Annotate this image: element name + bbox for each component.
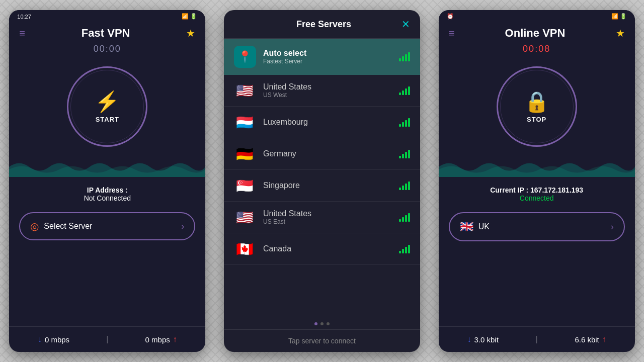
server-sub: US West [263,92,392,99]
server-btn-text-left: Select Server [44,222,92,231]
select-server-button-right[interactable]: 🇬🇧 UK › [449,212,625,241]
wave-right [439,157,635,177]
start-label: START [96,116,119,123]
status-time-left: 10:27 [17,14,31,20]
modal-title: Free Servers [246,19,401,30]
ip-label-left: IP Address : [9,186,205,194]
uk-server-label: UK [478,222,490,231]
connected-ip: Current IP : 167.172.181.193 [439,186,635,194]
auto-select-row[interactable]: 📍 Auto select Fastest Server [224,39,420,75]
server-btn-left-content: ◎ Select Server [30,220,92,232]
server-info: United States US West [263,82,392,99]
status-bar-right: ⏰ 📶 🔋 [439,10,635,23]
server-name: Canada [263,244,392,253]
server-info: Luxembourg [263,118,392,127]
circle-container-left: ⚡ START [9,56,205,152]
arrow-down-icon-left: ↓ [38,335,42,344]
speed-row-left: ↓ 0 mbps | 0 mbps ↑ [9,326,205,352]
server-name: Germany [263,149,392,158]
signal-bars [399,213,410,222]
server-list-item[interactable]: 🇺🇸 United States US West [224,75,420,107]
timer-left: 00:00 [9,42,205,56]
server-list-item[interactable]: 🇩🇪 Germany [224,138,420,170]
menu-icon-right[interactable]: ≡ [449,28,455,39]
auto-select-name: Auto select [263,49,392,58]
server-info: Germany [263,149,392,158]
ip-section-right: Current IP : 167.172.181.193 Connected [439,182,635,206]
auto-select-sub: Fastest Server [263,58,392,65]
app-header-right: ≡ Online VPN ★ [439,23,635,42]
app-header-left: ≡ Fast VPN ★ [9,23,205,42]
flag-icon: 🇩🇪 [234,145,256,162]
start-button[interactable]: ⚡ START [67,66,147,147]
circle-container-right: 🔒 STOP [439,56,635,152]
speed-divider-right: | [536,335,538,344]
stop-label: STOP [527,116,546,123]
close-icon[interactable]: ✕ [401,18,410,30]
flag-icon: 🇺🇸 [234,209,256,226]
ip-section-left: IP Address : Not Connected [9,182,205,206]
wave-left [9,157,205,177]
arrow-up-icon-left: ↑ [173,335,177,344]
flag-icon: 🇨🇦 [234,240,256,257]
speed-row-right: ↓ 3.0 kbit | 6.6 kbit ↑ [439,326,635,352]
speed-up-left: 0 mbps ↑ [145,335,177,344]
speed-up-value-left: 0 mbps [145,335,170,344]
lock-icon: 🔒 [524,90,549,114]
speed-divider-left: | [106,335,108,344]
server-info: Canada [263,244,392,253]
uk-flag-icon: 🇬🇧 [460,220,473,233]
server-icon-left: ◎ [30,220,39,232]
dot-3 [327,322,330,325]
star-icon-right[interactable]: ★ [616,27,625,39]
left-phone-panel: 10:27 📶 🔋 ≡ Fast VPN ★ 00:00 ⚡ START IP … [9,10,205,352]
select-server-button-left[interactable]: ◎ Select Server › [19,212,195,240]
flag-icon: 🇺🇸 [234,82,256,99]
chevron-right-icon-left: › [181,221,184,232]
server-name: United States [263,209,392,218]
server-info: Singapore [263,181,392,190]
flag-icon: 🇸🇬 [234,177,256,194]
speed-up-value-right: 6.6 kbit [575,335,599,344]
speed-down-value-right: 3.0 kbit [474,335,498,344]
server-modal: Free Servers ✕ 📍 Auto select Fastest Ser… [224,10,420,352]
server-name: Luxembourg [263,118,392,127]
server-name: United States [263,82,392,92]
menu-icon-left[interactable]: ≡ [19,28,25,39]
stop-button[interactable]: 🔒 STOP [497,66,577,147]
connection-status: Connected [439,194,635,202]
arrow-up-icon-right: ↑ [602,335,606,344]
server-list-item[interactable]: 🇸🇬 Singapore [224,170,420,202]
flag-icon: 🇱🇺 [234,114,256,131]
server-list-item[interactable]: 🇨🇦 Canada [224,233,420,265]
arrow-down-icon-right: ↓ [467,335,471,344]
server-list-item[interactable]: 🇱🇺 Luxembourg [224,107,420,138]
speed-up-right: 6.6 kbit ↑ [575,335,606,344]
app-title-left: Fast VPN [82,27,130,40]
dot-1 [314,322,317,325]
bolt-icon: ⚡ [95,90,120,114]
modal-footer: Tap server to connect [224,329,420,352]
server-list-item[interactable]: 🇺🇸 United States US East [224,202,420,233]
signal-bars [399,244,410,253]
server-list: 🇺🇸 United States US West 🇱🇺 Luxembourg [224,75,420,318]
status-icons-left: 📶 🔋 [182,13,197,20]
speed-down-left: ↓ 0 mbps [38,335,69,344]
signal-bars [399,181,410,190]
signal-bars [399,86,410,95]
status-icons-right: 📶 🔋 [611,13,627,20]
ip-value-left: Not Connected [9,194,205,202]
star-icon-left[interactable]: ★ [186,27,195,39]
auto-select-text: Auto select Fastest Server [263,49,392,65]
auto-select-icon: 📍 [234,46,256,68]
speed-down-right: ↓ 3.0 kbit [467,335,498,344]
server-name: Singapore [263,181,392,190]
server-sub: US East [263,218,392,225]
signal-bars [399,149,410,158]
status-bar-left: 10:27 📶 🔋 [9,10,205,23]
server-info: United States US East [263,209,392,225]
modal-header: Free Servers ✕ [224,10,420,39]
right-phone-panel: ⏰ 📶 🔋 ≡ Online VPN ★ 00:08 🔒 STOP Curren… [439,10,635,352]
dots-row [224,318,420,329]
dot-2 [320,322,324,325]
